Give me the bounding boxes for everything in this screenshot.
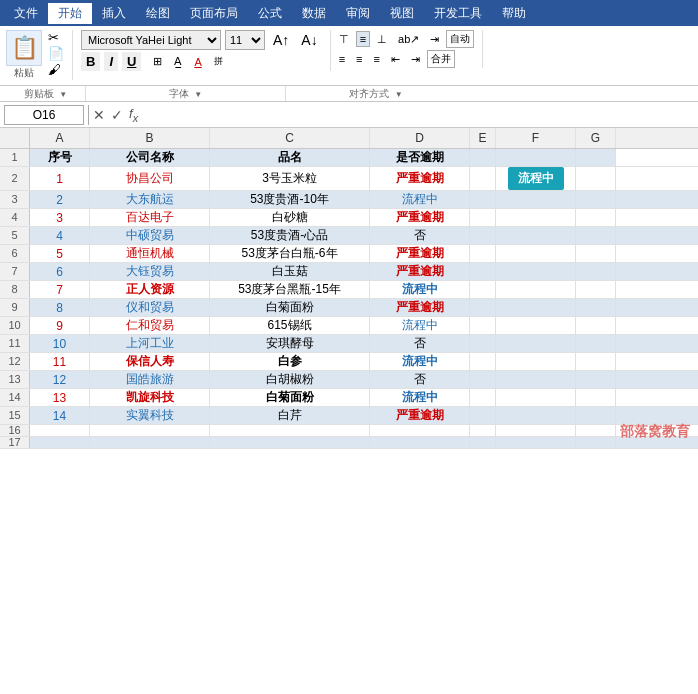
cell-b-8[interactable]: 正人资源 xyxy=(90,281,210,298)
cell-b-10[interactable]: 仁和贸易 xyxy=(90,317,210,334)
cut-icon[interactable]: ✂ xyxy=(48,30,64,45)
cell-c-2[interactable]: 3号玉米粒 xyxy=(210,167,370,190)
top-align-icon[interactable]: ⊤ xyxy=(335,31,353,48)
cell-a-3[interactable]: 2 xyxy=(30,191,90,208)
header-cell-c[interactable]: 品名 xyxy=(210,149,370,166)
cell-a-2[interactable]: 1 xyxy=(30,167,90,190)
cell-b-2[interactable]: 协昌公司 xyxy=(90,167,210,190)
cell-c-3[interactable]: 53度贵酒-10年 xyxy=(210,191,370,208)
increase-indent-icon[interactable]: ⇥ xyxy=(407,51,424,68)
insert-function-icon[interactable]: fx xyxy=(129,106,138,124)
menu-item-页面布局[interactable]: 页面布局 xyxy=(180,3,248,24)
cell-c-14[interactable]: 白菊面粉 xyxy=(210,389,370,406)
font-name-select[interactable]: Microsoft YaHei Light xyxy=(81,30,221,50)
border-icon[interactable]: ⊞ xyxy=(149,53,166,70)
cell-c-9[interactable]: 白菊面粉 xyxy=(210,299,370,316)
col-header-c[interactable]: C xyxy=(210,128,370,148)
cell-b-7[interactable]: 大钰贸易 xyxy=(90,263,210,280)
right-align-icon[interactable]: ≡ xyxy=(370,51,384,67)
cell-d-14[interactable]: 流程中 xyxy=(370,389,470,406)
paste-button[interactable]: 📋 xyxy=(6,30,42,66)
cell-17-c[interactable] xyxy=(210,437,370,448)
col-header-f[interactable]: F xyxy=(496,128,576,148)
cell-b-5[interactable]: 中硕贸易 xyxy=(90,227,210,244)
cell-c-10[interactable]: 615锡纸 xyxy=(210,317,370,334)
font-size-select[interactable]: 11 xyxy=(225,30,265,50)
auto-wrap-label[interactable]: 自动 xyxy=(446,30,474,48)
cell-d-10[interactable]: 流程中 xyxy=(370,317,470,334)
cell-d-6[interactable]: 严重逾期 xyxy=(370,245,470,262)
underline-button[interactable]: U xyxy=(122,52,141,71)
center-align-icon[interactable]: ≡ xyxy=(352,51,366,67)
cell-b-11[interactable]: 上河工业 xyxy=(90,335,210,352)
cell-d-7[interactable]: 严重逾期 xyxy=(370,263,470,280)
header-cell-a[interactable]: 序号 xyxy=(30,149,90,166)
cell-d-8[interactable]: 流程中 xyxy=(370,281,470,298)
menu-item-开发工具[interactable]: 开发工具 xyxy=(424,3,492,24)
cell-c-12[interactable]: 白参 xyxy=(210,353,370,370)
decrease-font-icon[interactable]: A↓ xyxy=(297,30,321,50)
cell-c-7[interactable]: 白玉菇 xyxy=(210,263,370,280)
cell-a-11[interactable]: 10 xyxy=(30,335,90,352)
cell-a-4[interactable]: 3 xyxy=(30,209,90,226)
cell-a-6[interactable]: 5 xyxy=(30,245,90,262)
cell-b-14[interactable]: 凯旋科技 xyxy=(90,389,210,406)
copy-icon[interactable]: 📄 xyxy=(48,46,64,61)
fill-color-icon[interactable]: A̲ xyxy=(170,53,186,70)
cell-b-4[interactable]: 百达电子 xyxy=(90,209,210,226)
format-painter-icon[interactable]: 🖌 xyxy=(48,62,64,77)
cell-a-14[interactable]: 13 xyxy=(30,389,90,406)
merge-label[interactable]: 合并 xyxy=(427,50,455,68)
menu-item-审阅[interactable]: 审阅 xyxy=(336,3,380,24)
menu-item-插入[interactable]: 插入 xyxy=(92,3,136,24)
cell-a-10[interactable]: 9 xyxy=(30,317,90,334)
left-align-icon[interactable]: ≡ xyxy=(335,51,349,67)
cell-d-2[interactable]: 严重逾期 xyxy=(370,167,470,190)
confirm-formula-icon[interactable]: ✓ xyxy=(111,107,123,123)
menu-item-帮助[interactable]: 帮助 xyxy=(492,3,536,24)
cell-b-9[interactable]: 仪和贸易 xyxy=(90,299,210,316)
font-color-icon[interactable]: A xyxy=(190,54,205,70)
cell-b-12[interactable]: 保信人寿 xyxy=(90,353,210,370)
cell-c-11[interactable]: 安琪酵母 xyxy=(210,335,370,352)
bold-button[interactable]: B xyxy=(81,52,100,71)
col-header-a[interactable]: A xyxy=(30,128,90,148)
cell-d-4[interactable]: 严重逾期 xyxy=(370,209,470,226)
col-header-e[interactable]: E xyxy=(470,128,496,148)
cell-d-5[interactable]: 否 xyxy=(370,227,470,244)
cell-d-11[interactable]: 否 xyxy=(370,335,470,352)
increase-font-icon[interactable]: A↑ xyxy=(269,30,293,50)
cell-a-5[interactable]: 4 xyxy=(30,227,90,244)
orientation-icon[interactable]: ab↗ xyxy=(394,31,423,48)
cell-c-6[interactable]: 53度茅台白瓶-6年 xyxy=(210,245,370,262)
font-expand-icon[interactable]: ▼ xyxy=(194,90,202,99)
cell-a-12[interactable]: 11 xyxy=(30,353,90,370)
cell-c-5[interactable]: 53度贵酒-心品 xyxy=(210,227,370,244)
cell-a-8[interactable]: 7 xyxy=(30,281,90,298)
menu-item-开始[interactable]: 开始 xyxy=(48,3,92,24)
cell-reference-input[interactable] xyxy=(4,105,84,125)
menu-item-文件[interactable]: 文件 xyxy=(4,3,48,24)
cell-16-a[interactable] xyxy=(30,425,90,436)
cell-c-13[interactable]: 白胡椒粉 xyxy=(210,371,370,388)
cell-16-c[interactable] xyxy=(210,425,370,436)
cell-17-a[interactable] xyxy=(30,437,90,448)
cell-a-7[interactable]: 6 xyxy=(30,263,90,280)
menu-item-数据[interactable]: 数据 xyxy=(292,3,336,24)
cell-d-12[interactable]: 流程中 xyxy=(370,353,470,370)
cell-16-d[interactable] xyxy=(370,425,470,436)
menu-item-公式[interactable]: 公式 xyxy=(248,3,292,24)
decrease-indent-icon[interactable]: ⇤ xyxy=(387,51,404,68)
align-expand-icon[interactable]: ▼ xyxy=(395,90,403,99)
formula-input[interactable] xyxy=(142,105,694,125)
cell-c-15[interactable]: 白芹 xyxy=(210,407,370,424)
cancel-formula-icon[interactable]: ✕ xyxy=(93,107,105,123)
clipboard-expand-icon[interactable]: ▼ xyxy=(59,90,67,99)
col-header-g[interactable]: G xyxy=(576,128,616,148)
cell-b-3[interactable]: 大东航运 xyxy=(90,191,210,208)
indent-icon[interactable]: ⇥ xyxy=(426,31,443,48)
col-header-b[interactable]: B xyxy=(90,128,210,148)
bottom-align-icon[interactable]: ⊥ xyxy=(373,31,391,48)
cell-a-9[interactable]: 8 xyxy=(30,299,90,316)
cell-f-2[interactable]: 流程中 xyxy=(496,167,576,190)
